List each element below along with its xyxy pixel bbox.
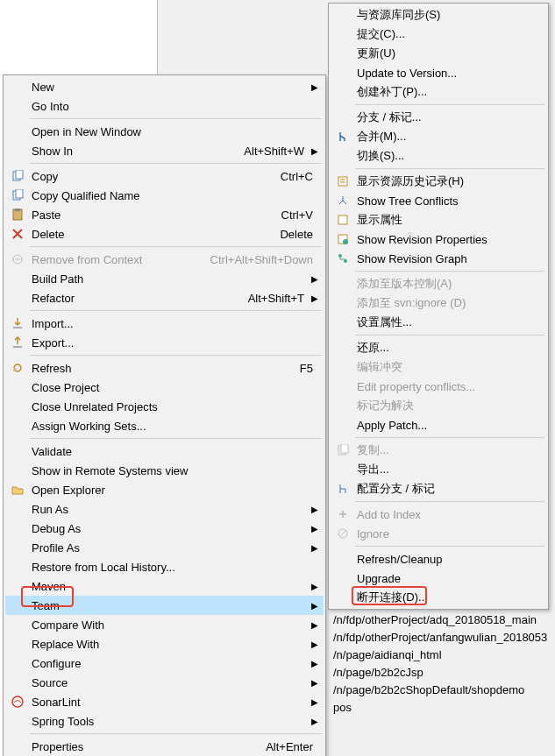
team-switch[interactable]: 切换(S)... (331, 146, 546, 166)
rev-properties-icon (334, 233, 352, 245)
team-update-to-version[interactable]: Update to Version... (331, 63, 546, 82)
menu-show-in-remote[interactable]: Show in Remote Systems view (5, 461, 324, 480)
svg-point-11 (343, 239, 348, 244)
team-edit-prop-conflicts: Edit property conflicts... (331, 377, 546, 396)
menu-paste[interactable]: PasteCtrl+V (5, 205, 324, 224)
menu-close-unrelated[interactable]: Close Unrelated Projects (5, 397, 324, 416)
team-create-patch[interactable]: 创建补丁(P)... (331, 82, 546, 102)
menu-copy[interactable]: CopyCtrl+C (5, 166, 324, 186)
team-export[interactable]: 导出... (331, 460, 546, 479)
tree-path: /n/fdp/otherProject/adq_20180518_main (333, 611, 555, 629)
team-add-to-ignore: 添加至 svn:ignore (D) (331, 293, 546, 313)
separator (355, 271, 544, 272)
menu-new[interactable]: New▶ (5, 77, 324, 96)
menu-open-new-window[interactable]: Open in New Window (5, 122, 324, 141)
chevron-right-icon: ▶ (311, 524, 320, 533)
menu-compare-with[interactable]: Compare With▶ (5, 615, 324, 634)
svg-rect-3 (16, 189, 23, 198)
menu-validate[interactable]: Validate (5, 442, 324, 461)
menu-replace-with[interactable]: Replace With▶ (5, 634, 324, 654)
submenu-team: 与资源库同步(S) 提交(C)... 更新(U) Update to Versi… (328, 3, 549, 610)
copy-icon (9, 170, 26, 182)
delete-icon (9, 228, 26, 240)
project-tree-fragment: /n/fdp/otherProject/adq_20180518_main /n… (333, 611, 555, 717)
team-show-revgraph[interactable]: Show Revision Graph (331, 249, 546, 268)
menu-go-into[interactable]: Go Into (5, 96, 324, 116)
properties-icon (334, 214, 352, 226)
menu-profile-as[interactable]: Profile As▶ (5, 538, 324, 557)
menu-debug-as[interactable]: Debug As▶ (5, 519, 324, 538)
menu-spring-tools[interactable]: Spring Tools▶ (5, 711, 324, 731)
chevron-right-icon: ▶ (311, 274, 320, 284)
menu-open-explorer[interactable]: Open Explorer (5, 480, 324, 499)
svg-rect-1 (16, 170, 23, 179)
team-ignore: Ignore (331, 524, 546, 543)
remove-context-icon (9, 253, 26, 265)
separator (355, 437, 544, 438)
team-config-branch[interactable]: 配置分支 / 标记 (331, 479, 546, 498)
menu-delete[interactable]: DeleteDelete (5, 224, 324, 244)
menu-restore-local-history[interactable]: Restore from Local History... (5, 557, 324, 576)
svg-rect-8 (338, 177, 347, 186)
svg-rect-9 (338, 215, 347, 224)
team-show-history[interactable]: 显示资源历史记录(H) (331, 172, 546, 191)
menu-show-in[interactable]: Show InAlt+Shift+W▶ (5, 141, 324, 160)
team-mark-resolved: 标记为解决 (331, 396, 546, 415)
team-sync[interactable]: 与资源库同步(S) (331, 5, 546, 25)
team-refresh-cleanup[interactable]: Refresh/Cleanup (331, 549, 546, 569)
chevron-right-icon: ▶ (311, 678, 320, 688)
tree-path: /n/fdp/otherProject/anfangwulian_2018053 (333, 629, 555, 646)
chevron-right-icon: ▶ (311, 639, 320, 649)
menu-copy-qualified[interactable]: Copy Qualified Name (5, 186, 324, 205)
team-upgrade[interactable]: Upgrade (331, 569, 546, 588)
chevron-right-icon: ▶ (311, 620, 320, 630)
separator (355, 168, 544, 169)
separator (355, 501, 544, 502)
menu-remove-context: Remove from ContextCtrl+Alt+Shift+Down (5, 250, 324, 269)
sonarlint-icon (9, 696, 26, 708)
menu-run-as[interactable]: Run As▶ (5, 499, 324, 519)
menu-configure[interactable]: Configure▶ (5, 654, 324, 673)
team-tree-conflicts[interactable]: Show Tree Conflicts (331, 191, 546, 210)
menu-refresh[interactable]: RefreshF5 (5, 358, 324, 378)
team-add-to-vc: 添加至版本控制(A) (331, 274, 546, 293)
team-add-to-index: Add to Index (331, 505, 546, 524)
separator (30, 163, 322, 164)
chevron-right-icon: ▶ (311, 293, 320, 303)
chevron-right-icon: ▶ (311, 543, 320, 553)
plus-icon (334, 508, 352, 520)
separator (30, 355, 322, 356)
folder-icon (9, 484, 26, 496)
team-disconnect[interactable]: 断开连接(D)... (331, 588, 546, 607)
team-commit[interactable]: 提交(C)... (331, 25, 546, 44)
separator (30, 118, 322, 119)
chevron-right-icon: ▶ (311, 82, 320, 92)
copy-icon (334, 444, 352, 456)
menu-refactor[interactable]: RefactorAlt+Shift+T▶ (5, 288, 324, 307)
menu-source[interactable]: Source▶ (5, 673, 324, 692)
team-show-revprops[interactable]: Show Revision Properties (331, 230, 546, 249)
chevron-right-icon: ▶ (311, 146, 320, 156)
team-update[interactable]: 更新(U) (331, 44, 546, 63)
menu-build-path[interactable]: Build Path▶ (5, 269, 324, 288)
menu-close-project[interactable]: Close Project (5, 378, 324, 397)
menu-import[interactable]: Import... (5, 314, 324, 333)
menu-sonarlint[interactable]: SonarLint▶ (5, 692, 324, 711)
tree-path: /n/page/b2b2cShopDefault/shopdemo (333, 682, 555, 699)
menu-export[interactable]: Export... (5, 333, 324, 352)
team-merge[interactable]: 合并(M)... (331, 127, 546, 146)
team-show-props[interactable]: 显示属性 (331, 210, 546, 230)
menu-maven[interactable]: Maven▶ (5, 576, 324, 596)
team-apply-patch[interactable]: Apply Patch... (331, 415, 546, 435)
menu-properties[interactable]: PropertiesAlt+Enter (5, 737, 324, 756)
tree-path: /n/page/aidianqi_html (333, 646, 555, 664)
team-revert[interactable]: 还原... (331, 338, 546, 357)
menu-team[interactable]: Team▶ (5, 596, 324, 615)
svg-point-7 (12, 696, 23, 707)
team-edit-conflict: 编辑冲突 (331, 357, 546, 377)
team-set-props[interactable]: 设置属性... (331, 313, 546, 332)
chevron-right-icon: ▶ (311, 505, 320, 514)
svg-rect-15 (341, 444, 348, 453)
team-branch-tag[interactable]: 分支 / 标记... (331, 108, 546, 127)
menu-assign-working-sets[interactable]: Assign Working Sets... (5, 416, 324, 435)
